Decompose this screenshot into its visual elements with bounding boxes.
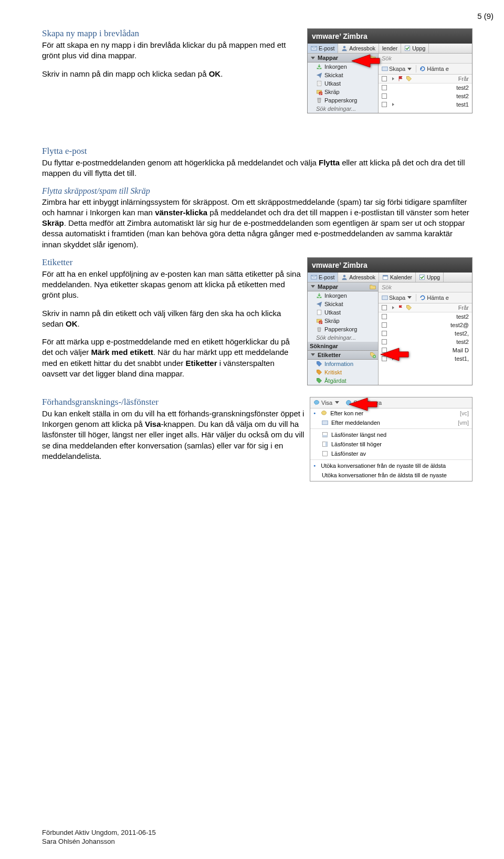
bubble-icon	[313, 400, 320, 406]
tag-icon	[406, 305, 412, 311]
mail-icon	[382, 66, 388, 72]
svg-point-1	[343, 46, 346, 49]
expand-icon	[392, 77, 394, 80]
zimbra-brand: vmware’ Zimbra	[308, 29, 472, 44]
mail-icon	[322, 420, 328, 426]
search-field: Sök	[379, 282, 472, 292]
flag-icon	[397, 305, 404, 311]
draft-icon	[316, 80, 322, 87]
check-icon	[419, 274, 425, 280]
menu-lasfonster-hoger: Läsfönster till höger	[310, 439, 472, 449]
svg-rect-8	[382, 67, 388, 71]
svg-rect-7	[317, 98, 321, 99]
pane-bottom-icon	[322, 432, 328, 438]
mail-icon	[311, 45, 317, 51]
svg-rect-13	[420, 275, 425, 279]
menu-efter-meddelanden: Efter meddelanden[vm]	[310, 418, 472, 427]
menu-utoka-nyaste: ●Utöka konversationer från de nyaste til…	[310, 461, 472, 470]
tab-epost: E-post	[308, 44, 338, 53]
junk-icon	[316, 89, 322, 95]
heading-skrappost: Flytta skräppost/spam till Skräp	[42, 186, 472, 196]
para-flytta-1: Du flyttar e-postmeddelanden genom att h…	[42, 158, 472, 179]
tag-kritiskt: Kritiskt	[308, 368, 378, 376]
tag-atgardat: Åtgärdat	[308, 376, 378, 385]
svg-rect-2	[405, 46, 410, 51]
zimbra-brand: vmware’ Zimbra	[308, 258, 472, 273]
tag-icon	[316, 369, 322, 375]
red-arrow-pointer	[346, 394, 378, 416]
sidebar-mappar: Mappar	[308, 282, 378, 291]
sent-icon	[316, 72, 322, 78]
red-arrow-pointer	[349, 50, 381, 73]
trash-icon	[316, 97, 322, 103]
menu-efter-konversation: ●Efter kon ner[vc]	[310, 408, 472, 418]
folder-papperskorg: Papperskorg	[308, 96, 378, 104]
hamta-button: Hämta e	[419, 66, 449, 72]
svg-rect-22	[322, 421, 328, 425]
svg-rect-12	[383, 275, 387, 276]
bubble-icon	[321, 410, 327, 416]
tab-kalender: lender	[379, 44, 401, 53]
mail-icon	[311, 274, 317, 280]
junk-icon	[316, 318, 322, 324]
heading-flytta: Flytta e-post	[42, 146, 472, 156]
menu-lasfonster-av: Läsfönster av	[310, 449, 472, 458]
search-field: Sök	[379, 54, 472, 64]
tab-kalender: Kalender	[379, 273, 416, 282]
tag-icon	[316, 378, 322, 384]
red-arrow-pointer	[378, 344, 410, 366]
inbox-icon	[316, 64, 322, 70]
new-tag-icon	[370, 352, 376, 358]
page-footer: Förbundet Aktiv Ungdom, 2011-06-15 Sara …	[42, 829, 156, 846]
skapa-button: Skapa	[382, 295, 413, 301]
svg-rect-26	[326, 442, 328, 446]
page-number: 5 (9)	[477, 12, 494, 20]
view-menu-screenshot: Visa Socialisera ●Efter kon ner[vc] Efte…	[310, 397, 472, 481]
collapse-icon	[311, 57, 315, 59]
hamta-button: Hämta e	[419, 295, 449, 301]
person-icon	[341, 274, 348, 280]
skapa-button: Skapa	[382, 66, 413, 72]
pane-right-icon	[322, 441, 328, 447]
para-skrap-1: Zimbra har ett inbyggt inlärningssystem …	[42, 197, 472, 250]
refresh-icon	[419, 66, 426, 72]
tab-epost: E-post	[308, 273, 338, 282]
svg-rect-27	[323, 451, 328, 456]
sidebar-sokningar: Sökningar	[308, 342, 378, 351]
svg-point-19	[314, 400, 319, 404]
menu-lasfonster-ned: Läsfönster längst ned	[310, 430, 472, 439]
checkbox-icon	[382, 76, 387, 81]
tag-icon	[316, 361, 322, 367]
refresh-icon	[419, 295, 426, 301]
svg-point-21	[322, 411, 327, 415]
flag-icon	[397, 76, 404, 82]
calendar-icon	[382, 274, 388, 280]
tab-adressbok: Adressbok	[338, 273, 379, 282]
folder-skrap: Skräp	[308, 88, 378, 96]
tab-uppgifter: Uppg	[416, 273, 444, 282]
tag-icon	[406, 76, 412, 82]
zimbra-screenshot-1: vmware’ Zimbra E-post Adressbok lender U…	[307, 28, 472, 113]
tab-uppgifter: Uppg	[401, 44, 429, 53]
folder-utkast: Utkast	[308, 79, 378, 88]
svg-rect-14	[317, 310, 321, 315]
new-folder-icon	[370, 284, 376, 290]
svg-point-10	[343, 275, 346, 277]
tag-information: Information	[308, 360, 378, 368]
sidebar-etiketter: Etiketter	[308, 351, 378, 360]
sent-icon	[316, 301, 322, 307]
menu-utoka-aldsta: Utöka konversationer från de äldsta till…	[310, 470, 472, 480]
visa-button: Visa	[313, 400, 340, 406]
svg-rect-18	[382, 296, 388, 300]
search-shares: Sök delningar...	[308, 104, 378, 113]
trash-icon	[316, 326, 322, 332]
person-icon	[341, 45, 348, 51]
check-icon	[404, 45, 411, 51]
pane-off-icon	[322, 451, 328, 457]
svg-rect-24	[323, 435, 328, 437]
draft-icon	[316, 309, 322, 316]
inbox-icon	[316, 292, 322, 299]
